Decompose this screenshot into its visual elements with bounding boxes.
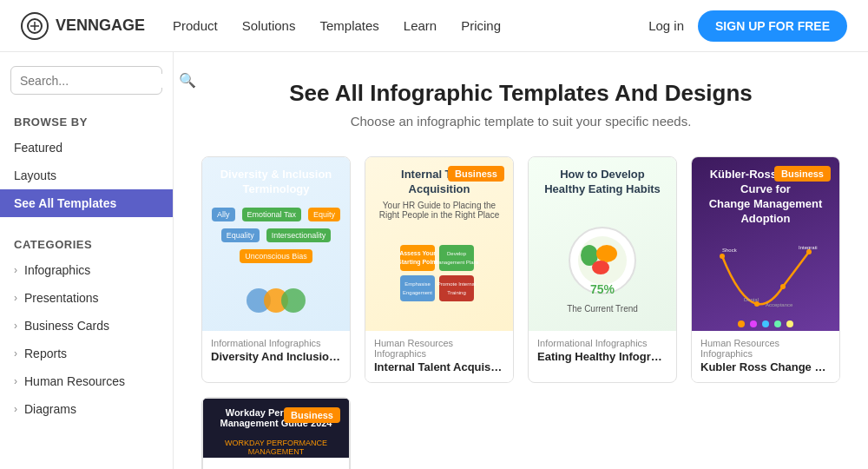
template-category: Human Resources Infographics [700, 338, 831, 359]
cat-label: Infographics [24, 263, 90, 277]
template-meta: Informational Infographics Diversity And… [202, 331, 350, 372]
svg-point-5 [281, 288, 306, 313]
login-button[interactable]: Log in [648, 18, 684, 33]
workday-sub: WORKDAY PERFORMANCE MANAGEMENT [203, 437, 349, 458]
sidebar-item-label: Featured [14, 141, 62, 155]
business-badge: Business [774, 166, 831, 182]
nav-solutions[interactable]: Solutions [242, 18, 296, 33]
card-title: Diversity & InclusionTerminology [202, 157, 350, 201]
svg-text:Training: Training [447, 290, 465, 295]
card-sub: Your HR Guide to Placing the Right Peopl… [365, 201, 513, 220]
template-card-workday[interactable]: Business Workday PerformanceManagement G… [201, 397, 351, 469]
svg-text:Management Plans: Management Plans [434, 260, 478, 265]
sidebar-item-featured[interactable]: Featured [0, 134, 173, 162]
svg-text:Shock: Shock [722, 248, 738, 253]
template-meta: Human Resources Infographics Kubler Ross… [692, 331, 839, 382]
sidebar-item-label: See All Templates [14, 196, 116, 210]
template-preview-talent: Business Internal TalentAcquisition Your… [365, 157, 513, 331]
svg-point-28 [720, 254, 725, 259]
template-title: Kubler Ross Change Manag... [700, 360, 831, 373]
template-preview-eating: How to DevelopHealthy Eating Habits 75% [529, 157, 676, 331]
svg-rect-6 [400, 245, 435, 271]
svg-rect-9 [400, 275, 435, 301]
chevron-icon: › [14, 264, 17, 276]
sidebar-item-infographics[interactable]: › Infographics [0, 256, 173, 284]
signup-button[interactable]: SIGN UP FOR FREE [698, 10, 847, 42]
page-body: 🔍 BROWSE BY Featured Layouts See All Tem… [0, 52, 868, 469]
chevron-icon: › [14, 403, 17, 415]
card-stat: The Current Trend [558, 304, 647, 314]
business-badge: Business [448, 166, 504, 182]
card-illustration: 75% The Current Trend [529, 201, 676, 331]
svg-point-29 [754, 301, 760, 307]
cat-label: Presentations [24, 291, 99, 305]
sidebar-item-human-resources[interactable]: › Human Resources [0, 367, 173, 395]
svg-text:Starting Point: Starting Point [400, 259, 438, 266]
template-card-eating[interactable]: How to DevelopHealthy Eating Habits 75% [528, 156, 677, 383]
page-title: See All Infographic Templates And Design… [201, 80, 840, 107]
template-category: Human Resources Infographics [374, 338, 504, 359]
sidebar: 🔍 BROWSE BY Featured Layouts See All Tem… [0, 52, 174, 469]
sidebar-item-layouts[interactable]: Layouts [0, 162, 173, 189]
nav-pricing[interactable]: Pricing [461, 18, 501, 33]
workday-body [203, 458, 349, 469]
template-title: Eating Healthy Infographic [537, 350, 667, 363]
cat-label: Business Cards [24, 319, 109, 333]
template-preview-kubler: Business Kübler-Ross Change Curve forCha… [692, 157, 839, 331]
sidebar-item-reports[interactable]: › Reports [0, 340, 173, 367]
logo-icon [21, 12, 49, 40]
card-illustration [202, 270, 350, 331]
sidebar-item-presentations[interactable]: › Presentations [0, 284, 173, 312]
template-category: Informational Infographics [537, 338, 667, 348]
search-box[interactable]: 🔍 [10, 66, 162, 95]
template-preview-diversity: Diversity & InclusionTerminology Ally Em… [202, 157, 350, 331]
logo[interactable]: VENNGAGE [21, 12, 145, 40]
template-card-diversity[interactable]: Diversity & InclusionTerminology Ally Em… [201, 156, 351, 383]
template-card-talent[interactable]: Business Internal TalentAcquisition Your… [365, 156, 514, 383]
header-left: VENNGAGE Product Solutions Templates Lea… [21, 12, 501, 40]
main-content: See All Infographic Templates And Design… [174, 52, 868, 469]
main-nav: Product Solutions Templates Learn Pricin… [173, 18, 501, 33]
template-card-kubler[interactable]: Business Kübler-Ross Change Curve forCha… [691, 156, 840, 383]
logo-text: VENNGAGE [56, 17, 145, 35]
business-badge: Business [284, 407, 340, 423]
categories-label: CATEGORIES [0, 231, 173, 256]
template-meta: Human Resources Infographics Internal Ta… [365, 331, 513, 382]
nav-templates[interactable]: Templates [319, 18, 378, 33]
sidebar-item-business-cards[interactable]: › Business Cards [0, 312, 173, 340]
site-header: VENNGAGE Product Solutions Templates Lea… [0, 0, 868, 52]
chip: Ally [212, 208, 235, 221]
card-chips: Ally Emotional Tax Equity Equality Inter… [202, 201, 350, 270]
svg-text:75%: 75% [590, 282, 615, 296]
nav-learn[interactable]: Learn [404, 18, 437, 33]
nav-product[interactable]: Product [173, 18, 218, 33]
template-category: Informational Infographics [211, 338, 341, 348]
cat-label: Human Resources [24, 374, 125, 388]
page-subheading: Choose an infographic template to suit y… [201, 114, 840, 129]
svg-point-21 [596, 245, 617, 262]
svg-text:Promote Internal: Promote Internal [437, 281, 476, 287]
svg-point-22 [592, 261, 609, 274]
chip: Intersectionality [266, 228, 332, 242]
sidebar-item-label: Layouts [14, 168, 56, 182]
template-grid: Diversity & InclusionTerminology Ally Em… [201, 156, 840, 469]
stage-dots [692, 317, 839, 331]
template-meta: Informational Infographics Eating Health… [529, 331, 676, 372]
chip: Emotional Tax [242, 208, 301, 221]
cat-label: Diagrams [24, 402, 76, 416]
browse-by-label: BROWSE BY [0, 109, 173, 134]
sidebar-item-diagrams[interactable]: › Diagrams [0, 395, 173, 423]
search-input[interactable] [20, 74, 172, 88]
svg-text:Develop: Develop [447, 251, 467, 256]
header-right: Log in SIGN UP FOR FREE [648, 10, 847, 42]
card-illustration: Assess Your Starting Point Emphasise Eng… [365, 220, 513, 331]
template-title: Diversity And Inclusion Term... [211, 350, 341, 363]
cat-label: Reports [24, 347, 67, 360]
chip: Unconscious Bias [240, 249, 312, 263]
svg-rect-15 [439, 275, 474, 301]
svg-text:Acceptance: Acceptance [766, 302, 793, 307]
card-title: How to DevelopHealthy Eating Habits [529, 157, 676, 201]
sidebar-item-see-all[interactable]: See All Templates [0, 189, 173, 217]
svg-text:Engagement: Engagement [403, 290, 432, 295]
chip: Equity [308, 208, 340, 221]
